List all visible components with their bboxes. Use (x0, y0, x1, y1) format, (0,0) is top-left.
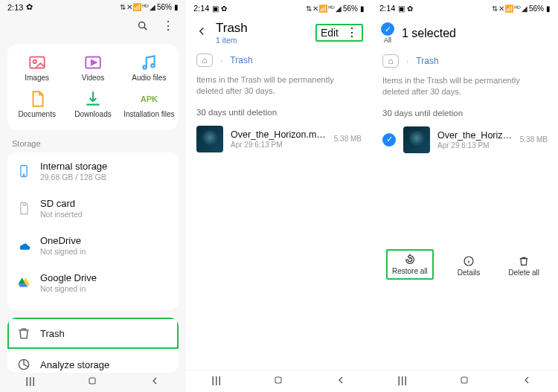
group-header: 30 days until deletion (372, 106, 558, 122)
svg-rect-14 (275, 377, 281, 383)
chevron-right-icon: › (406, 57, 408, 65)
status-bar: 2:14 ▣ ✿ ⇅ ✕ 📶 ᴴᴰ ◢ 56%▮ (372, 0, 558, 16)
onedrive-icon (16, 238, 31, 253)
clock: 2:14 (379, 4, 395, 13)
recents-button[interactable]: III (211, 375, 221, 388)
trash-icon (16, 326, 31, 341)
chevron-right-icon: › (220, 57, 222, 65)
apk-icon: APK (139, 91, 158, 107)
category-grid: Images Videos Audio files Documents Down… (7, 44, 179, 130)
file-thumbnail (403, 126, 430, 153)
info-icon (463, 255, 475, 267)
category-installation[interactable]: APK Installation files (121, 86, 177, 123)
sdcard-icon (16, 201, 31, 216)
status-bar: 2:13 ✿ ⇅ ✕ 📶 ᴴᴰ ◢ 56% ▮ (0, 0, 186, 14)
clock: 2:14 (193, 4, 209, 13)
check-icon: ✓ (381, 22, 394, 36)
back-icon[interactable] (195, 25, 208, 41)
breadcrumb-home-icon[interactable]: ⌂ (196, 54, 213, 67)
file-checkbox[interactable]: ✓ (382, 133, 396, 147)
network-icon (16, 309, 31, 310)
screen-trash-edit: 2:14 ▣ ✿ ⇅ ✕ 📶 ᴴᴰ ◢ 56%▮ Trash 1 item Ed… (186, 0, 372, 392)
file-row[interactable]: Over_the_Horizon.mp3 Apr 29 6:13 PM 5.38… (186, 121, 372, 157)
edit-button[interactable]: Edit (321, 27, 339, 39)
status-icons: ⇅ ✕ 📶 ᴴᴰ ◢ 56%▮ (306, 4, 365, 13)
file-size: 5.38 MB (334, 135, 362, 143)
details-button[interactable]: Details (453, 252, 485, 280)
clock: 2:13 (7, 3, 23, 12)
recents-button[interactable]: III (397, 375, 407, 388)
back-button[interactable] (149, 375, 161, 390)
section-storage-label: Storage (0, 138, 186, 152)
item-count: 1 item (216, 36, 248, 45)
select-all[interactable]: ✓ All (381, 22, 394, 44)
file-name: Over_the_Horizon.mp3 (437, 130, 513, 141)
svg-point-4 (144, 66, 147, 69)
svg-rect-16 (461, 377, 467, 383)
settings-gear-icon: ✿ (26, 2, 33, 12)
home-button[interactable] (458, 374, 470, 389)
edit-button-highlight: Edit ⋮ (315, 24, 363, 42)
storage-googledrive[interactable]: Google Drive Not signed in (7, 264, 179, 301)
home-button[interactable] (272, 374, 284, 389)
storage-network[interactable]: Network storage (7, 301, 179, 310)
breadcrumb: ⌂ › Trash (186, 49, 372, 71)
group-header: 30 days until deletion (186, 105, 372, 121)
svg-rect-13 (89, 378, 95, 384)
category-downloads[interactable]: Downloads (65, 86, 121, 123)
back-button[interactable] (335, 374, 347, 389)
trash-notice: Items in the Trash will be permanently d… (186, 71, 372, 105)
page-title: Trash (216, 21, 248, 36)
status-extra-icons: ▣ ✿ (398, 4, 413, 13)
category-documents[interactable]: Documents (9, 86, 65, 123)
utility-list: Trash Analyze storage (7, 318, 179, 373)
delete-all-button[interactable]: Delete all (504, 252, 544, 280)
file-row[interactable]: ✓ Over_the_Horizon.mp3 Apr 29 6:13 PM 5.… (372, 122, 558, 158)
category-images[interactable]: Images (9, 50, 65, 86)
phone-icon (16, 164, 31, 179)
breadcrumb-trash[interactable]: Trash (416, 56, 438, 66)
file-meta: Apr 29 6:13 PM (231, 141, 327, 149)
svg-point-2 (33, 60, 36, 63)
recents-button[interactable]: III (25, 376, 35, 389)
selection-count: 1 selected (402, 27, 456, 40)
document-icon (28, 91, 47, 107)
storage-sdcard[interactable]: SD card Not inserted (7, 190, 179, 227)
breadcrumb: ⌂ › Trash (372, 50, 558, 72)
category-videos[interactable]: Videos (65, 50, 121, 86)
status-icons: ⇅ ✕ 📶 ᴴᴰ ◢ 56% ▮ (120, 3, 179, 11)
audio-icon (139, 54, 158, 71)
storage-internal[interactable]: Internal storage 29.68 GB / 128 GB (7, 152, 179, 190)
breadcrumb-trash[interactable]: Trash (230, 55, 252, 65)
breadcrumb-home-icon[interactable]: ⌂ (382, 54, 399, 68)
file-thumbnail (196, 126, 223, 152)
file-size: 5.38 MB (520, 135, 548, 144)
download-icon (83, 91, 103, 107)
file-name: Over_the_Horizon.mp3 (231, 129, 327, 140)
top-actions: ⋮ (0, 14, 186, 39)
trash-row[interactable]: Trash (7, 318, 179, 349)
trash-icon (518, 255, 530, 267)
analyze-icon (16, 357, 31, 372)
back-button[interactable] (521, 374, 533, 389)
svg-point-0 (139, 22, 145, 28)
file-meta: Apr 29 6:13 PM (437, 141, 513, 150)
screen-myfiles-home: 2:13 ✿ ⇅ ✕ 📶 ᴴᴰ ◢ 56% ▮ ⋮ Images Videos … (0, 0, 186, 392)
storage-onedrive[interactable]: OneDrive Not signed in (7, 227, 179, 264)
analyze-row[interactable]: Analyze storage (7, 349, 179, 373)
status-bar: 2:14 ▣ ✿ ⇅ ✕ 📶 ᴴᴰ ◢ 56%▮ (186, 0, 372, 16)
search-icon[interactable] (137, 20, 149, 35)
more-icon[interactable]: ⋮ (346, 27, 358, 39)
svg-point-7 (23, 174, 25, 176)
googledrive-icon (16, 275, 31, 290)
restore-all-button[interactable]: Restore all (386, 249, 434, 280)
more-icon[interactable]: ⋮ (162, 20, 174, 35)
restore-icon (404, 254, 416, 266)
home-button[interactable] (86, 375, 98, 390)
trash-notice: Items in the Trash will be permanently d… (372, 72, 558, 106)
category-audio[interactable]: Audio files (121, 50, 177, 86)
android-navbar: III (186, 370, 372, 392)
screen-trash-selected: 2:14 ▣ ✿ ⇅ ✕ 📶 ᴴᴰ ◢ 56%▮ ✓ All 1 selecte… (372, 0, 558, 392)
svg-point-5 (152, 64, 155, 67)
selection-header: ✓ All 1 selected (372, 16, 558, 50)
